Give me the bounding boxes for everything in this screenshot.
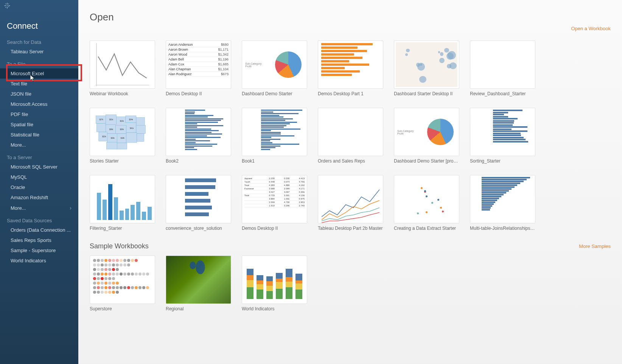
workbook-thumbnail (90, 40, 155, 89)
workbook-thumbnail (470, 40, 535, 89)
svg-rect-7 (8, 3, 9, 5)
sidebar-item[interactable]: Tableau Server (0, 46, 78, 57)
workbook-label: Filtering_Starter (90, 226, 155, 231)
workbook-card[interactable]: Creating a Data Extract Starter (394, 175, 459, 231)
workbook-card[interactable]: Aaron Anderson$680Aaron Brown$1,171Aaron… (166, 40, 231, 96)
workbook-thumbnail (166, 175, 231, 223)
svg-rect-1 (7, 7, 8, 9)
svg-rect-16 (96, 124, 106, 132)
workbook-card[interactable]: World Indicators (242, 256, 307, 311)
workbook-thumbnail: Sub-CategoryProfit (242, 40, 307, 89)
svg-text:$31k: $31k (109, 119, 114, 121)
sidebar-item[interactable]: Spatial file (0, 119, 78, 130)
svg-rect-15 (136, 118, 145, 125)
workbook-thumbnail (318, 40, 383, 89)
svg-rect-24 (126, 133, 137, 143)
sidebar-item[interactable]: More... (0, 140, 78, 150)
workbook-card[interactable]: Regional (166, 256, 231, 311)
sidebar-item[interactable]: PDF file (0, 109, 78, 119)
sidebar-item[interactable]: Oracle (0, 182, 78, 192)
workbook-card[interactable]: Tableau Desktop Part 2b Master (318, 175, 383, 231)
tableau-logo (0, 0, 78, 13)
svg-text:$29k: $29k (120, 129, 124, 130)
workbook-thumbnail (242, 108, 307, 156)
sidebar-item[interactable]: Microsoft Excel (0, 68, 78, 79)
svg-rect-26 (106, 142, 117, 149)
workbook-label: convenience_store_solution (166, 226, 231, 231)
workbook-thumbnail (394, 40, 459, 89)
sidebar-item[interactable]: Microsoft Access (0, 99, 78, 109)
workbook-card[interactable]: Sub-CategoryProfitDashboard Demo Starter… (394, 108, 459, 164)
workbook-grid-row3: Filtering_Starterconvenience_store_solut… (90, 175, 611, 231)
sidebar-item[interactable]: Sample - Superstore (0, 245, 78, 256)
workbook-thumbnail (470, 108, 535, 156)
svg-text:$27k: $27k (100, 119, 104, 121)
workbook-card[interactable]: Filtering_Starter (90, 175, 155, 231)
workbook-label: Regional (166, 306, 231, 311)
workbook-label: Review_Dashboard_Starter (470, 91, 535, 96)
chevron-right-icon: › (70, 205, 72, 211)
workbook-label: Stories Starter (90, 158, 155, 164)
svg-rect-6 (5, 7, 6, 8)
workbook-label: Demos Desktop II (242, 226, 307, 231)
workbook-label: Book1 (242, 158, 307, 164)
more-samples-link[interactable]: More Samples (579, 243, 611, 249)
search-header: Search for Data (0, 35, 78, 46)
workbook-label: Tableau Desktop Part 2b Master (318, 226, 383, 231)
sidebar-item[interactable]: Amazon Redshift (0, 192, 78, 203)
saved-header: Saved Data Sources (0, 213, 78, 225)
tableau-icon (4, 2, 11, 9)
sample-header: Sample Workbooks More Samples (90, 242, 611, 250)
svg-text:$19k: $19k (120, 120, 124, 122)
svg-text:$22k: $22k (102, 136, 106, 138)
connect-title: Connect (0, 13, 78, 35)
workbook-label: Dashboard Starter Desktop II (394, 91, 459, 96)
sidebar-item[interactable]: World Indicators (0, 256, 78, 266)
sidebar-item[interactable]: MySQL (0, 172, 78, 182)
svg-point-39 (190, 262, 196, 269)
workbook-card[interactable]: Sorting_Starter (470, 108, 535, 164)
workbook-thumbnail (166, 108, 231, 156)
sidebar-item[interactable]: Orders (Data Connection ... (0, 225, 78, 235)
sidebar-item[interactable]: Statistical file (0, 130, 78, 140)
workbook-card[interactable]: Demos Desktop Part 1 (318, 40, 383, 96)
workbook-card[interactable]: Book2 (166, 108, 231, 164)
open-title: Open (90, 11, 114, 23)
workbook-card[interactable]: convenience_store_solution (166, 175, 231, 231)
sidebar-item[interactable]: Sales Reps Sports (0, 235, 78, 245)
workbook-grid-row1: Webinar WorkbookAaron Anderson$680Aaron … (90, 40, 611, 96)
workbook-label: Webinar Workbook (90, 91, 155, 96)
workbook-card[interactable]: Superstore (90, 256, 155, 311)
workbook-thumbnail (318, 175, 383, 223)
workbook-label: Demos Desktop Part 1 (318, 91, 383, 96)
open-workbook-link[interactable]: Open a Workbook (571, 26, 611, 31)
sidebar-item[interactable]: Text file (0, 79, 78, 89)
workbook-card[interactable]: Review_Dashboard_Starter (470, 40, 535, 96)
workbook-thumbnail: $27k$31k$19k$24k$36k$29k$41k$22k$33k$18k (90, 108, 155, 156)
server-header: To a Server (0, 150, 78, 162)
svg-text:$18k: $18k (121, 137, 125, 139)
workbook-thumbnail: Sub-CategoryProfit (394, 108, 459, 156)
workbook-label: Creating a Data Extract Starter (394, 226, 459, 231)
workbook-card[interactable]: Webinar Workbook (90, 40, 155, 96)
svg-rect-3 (8, 5, 10, 6)
sidebar-item[interactable]: JSON file (0, 89, 78, 99)
workbook-thumbnail (394, 175, 459, 223)
workbook-label: World Indicators (242, 306, 307, 311)
sidebar-item[interactable]: Microsoft SQL Server (0, 162, 78, 172)
workbook-card[interactable]: Orders and Sales Reps (318, 108, 383, 164)
svg-rect-25 (137, 134, 144, 142)
workbook-label: Superstore (90, 306, 155, 311)
svg-text:$36k: $36k (109, 129, 114, 130)
workbook-card[interactable]: $27k$31k$19k$24k$36k$29k$41k$22k$33k$18k… (90, 108, 155, 164)
workbook-label: Dashboard Demo Starter [prod-u... (394, 158, 459, 164)
main-header: Open Open a Workbook (90, 11, 611, 31)
sidebar-item[interactable]: More...› (0, 203, 78, 213)
workbook-card[interactable]: Book1 (242, 108, 307, 164)
workbook-card[interactable]: Dashboard Starter Desktop II (394, 40, 459, 96)
workbook-card[interactable]: Multi-table-JoinsRelationships St... (470, 175, 535, 231)
svg-text:$33k: $33k (111, 137, 115, 139)
workbook-card[interactable]: Apparel2.2350.2354.413Youth0.4480.0744.7… (242, 175, 307, 231)
workbook-card[interactable]: Sub-CategoryProfitDashboard Demo Starter (242, 40, 307, 96)
workbook-thumbnail: Apparel2.2350.2354.413Youth0.4480.0744.7… (242, 175, 307, 223)
